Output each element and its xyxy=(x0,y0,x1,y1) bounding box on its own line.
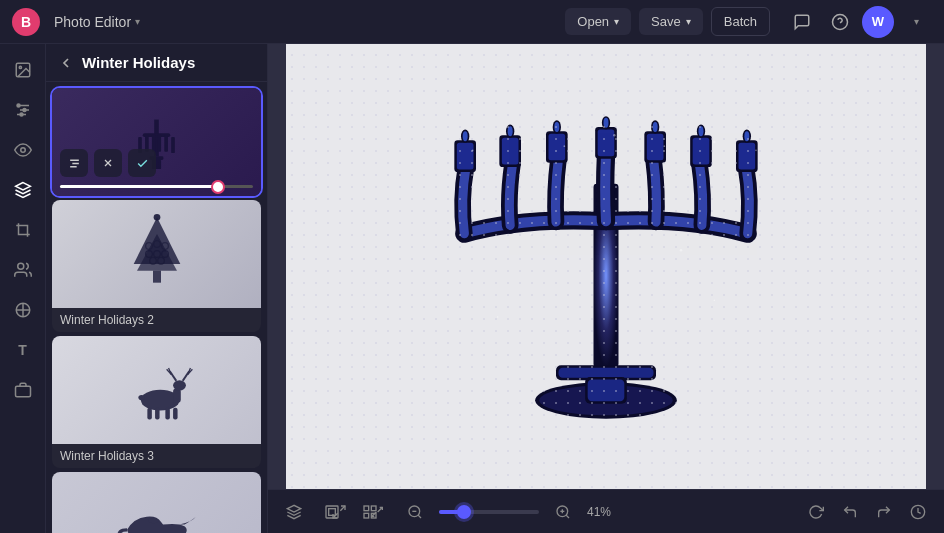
svg-point-96 xyxy=(713,140,716,143)
svg-rect-81 xyxy=(736,140,758,172)
svg-point-54 xyxy=(138,395,144,400)
svg-rect-70 xyxy=(598,129,615,156)
item1-adjust-button[interactable] xyxy=(60,149,88,177)
item1-confirm-button[interactable] xyxy=(128,149,156,177)
svg-line-112 xyxy=(378,507,383,512)
svg-line-111 xyxy=(372,512,377,517)
svg-point-60 xyxy=(463,131,468,141)
expand-icon-button[interactable] xyxy=(325,498,353,526)
chat-icon-button[interactable] xyxy=(786,6,818,38)
christmas-tree-thumb-icon xyxy=(122,214,192,294)
svg-rect-85 xyxy=(556,365,656,380)
zoom-out-button[interactable] xyxy=(401,498,429,526)
undo-icon-button[interactable] xyxy=(836,498,864,526)
adjustments-tool-button[interactable] xyxy=(5,92,41,128)
left-icon-bar: T xyxy=(0,44,46,533)
save-chevron: ▾ xyxy=(686,16,691,27)
svg-point-68 xyxy=(554,122,559,132)
canvas-area: 41% xyxy=(268,44,944,533)
help-icon-button[interactable] xyxy=(824,6,856,38)
svg-rect-31 xyxy=(153,271,161,283)
zoom-percentage: 41% xyxy=(587,505,619,519)
item1-slider-fill xyxy=(60,185,214,188)
refresh-icon-button[interactable] xyxy=(802,498,830,526)
svg-rect-78 xyxy=(693,137,710,164)
list-item[interactable]: Winter Holidays 4 xyxy=(52,472,261,533)
zoom-slider-thumb xyxy=(457,505,471,519)
svg-rect-82 xyxy=(739,142,756,169)
bottombar: 41% xyxy=(268,489,944,533)
photos-tool-button[interactable] xyxy=(5,52,41,88)
redo-icon-button[interactable] xyxy=(870,498,898,526)
topbar: B Photo Editor Open ▾ Save ▾ Batch W xyxy=(0,0,944,44)
svg-rect-51 xyxy=(155,407,160,419)
app-title-chevron xyxy=(135,16,140,27)
svg-point-94 xyxy=(613,134,616,137)
topbar-icon-group: W ▾ xyxy=(786,6,932,38)
svg-point-92 xyxy=(521,140,524,143)
user-avatar-button[interactable]: W xyxy=(862,6,894,38)
svg-point-10 xyxy=(20,148,25,153)
list-item-thumbnail xyxy=(52,88,261,196)
open-button[interactable]: Open ▾ xyxy=(565,8,631,35)
people-tool-button[interactable] xyxy=(5,252,41,288)
canvas-background xyxy=(286,44,926,489)
svg-rect-56 xyxy=(594,183,619,366)
fit-icon-button[interactable] xyxy=(363,498,391,526)
canvas-view[interactable] xyxy=(268,44,944,489)
svg-rect-66 xyxy=(549,133,566,160)
panel-back-button[interactable] xyxy=(58,55,74,71)
zoom-in-button[interactable] xyxy=(549,498,577,526)
text-tool-button[interactable]: T xyxy=(5,332,41,368)
item1-slider[interactable] xyxy=(60,185,253,188)
zoom-slider-fill xyxy=(439,510,459,514)
svg-point-9 xyxy=(20,113,23,116)
svg-point-75 xyxy=(651,120,659,133)
svg-point-95 xyxy=(664,145,666,147)
app-title-button[interactable]: Photo Editor xyxy=(48,10,146,34)
zoom-slider[interactable] xyxy=(439,510,539,514)
svg-rect-61 xyxy=(499,135,521,167)
overlay-tool-button[interactable] xyxy=(5,292,41,328)
svg-rect-73 xyxy=(644,131,666,163)
view-tool-button[interactable] xyxy=(5,132,41,168)
svg-point-3 xyxy=(19,66,21,68)
batch-button[interactable]: Batch xyxy=(711,7,770,36)
save-button[interactable]: Save ▾ xyxy=(639,8,703,35)
user-menu-chevron[interactable]: ▾ xyxy=(900,6,932,38)
svg-rect-62 xyxy=(502,137,519,164)
list-item[interactable]: Winter Holidays 3 xyxy=(52,336,261,468)
svg-point-71 xyxy=(602,116,610,129)
list-item-thumbnail xyxy=(52,472,261,533)
svg-point-67 xyxy=(553,120,561,133)
watermark-tool-button[interactable] xyxy=(5,372,41,408)
retouch-tool-button[interactable] xyxy=(5,172,41,208)
svg-line-114 xyxy=(418,515,421,518)
zoom-controls: 41% xyxy=(325,498,619,526)
list-item[interactable] xyxy=(52,88,261,196)
svg-point-11 xyxy=(17,263,23,269)
panel-header: Winter Holidays xyxy=(46,44,267,82)
svg-rect-89 xyxy=(585,377,627,404)
svg-point-84 xyxy=(744,131,749,141)
svg-point-97 xyxy=(755,149,757,151)
svg-point-32 xyxy=(153,214,160,221)
list-item-label: Winter Holidays 2 xyxy=(52,308,261,332)
svg-rect-90 xyxy=(588,379,625,401)
svg-point-72 xyxy=(604,117,609,127)
main-area: T Winter Holidays xyxy=(0,44,944,533)
main-menorah-image xyxy=(396,67,816,467)
layers-icon-button[interactable] xyxy=(280,498,308,526)
svg-rect-74 xyxy=(647,133,664,160)
open-chevron: ▾ xyxy=(614,16,619,27)
svg-point-80 xyxy=(699,126,704,136)
crop-tool-button[interactable] xyxy=(5,212,41,248)
gravy-boat-thumb-icon xyxy=(114,494,199,534)
list-item-thumbnail xyxy=(52,200,261,308)
svg-point-99 xyxy=(714,299,716,301)
list-item[interactable]: Winter Holidays 2 xyxy=(52,200,261,332)
history-icon-button[interactable] xyxy=(904,498,932,526)
item1-close-button[interactable] xyxy=(94,149,122,177)
svg-line-109 xyxy=(340,506,345,511)
svg-point-83 xyxy=(743,129,751,142)
